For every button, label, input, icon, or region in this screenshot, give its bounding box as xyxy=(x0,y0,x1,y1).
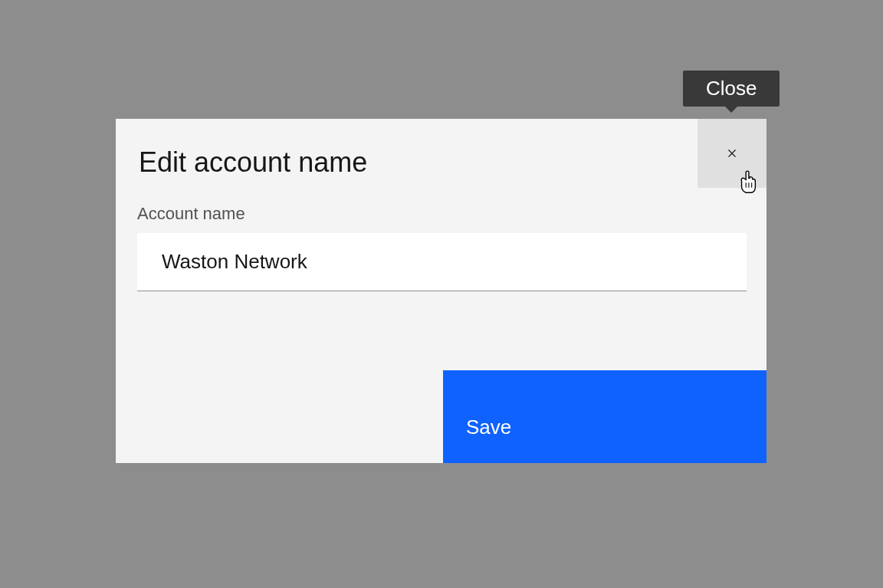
modal-body: Account name xyxy=(116,179,766,370)
account-name-input[interactable] xyxy=(137,233,747,291)
modal-footer: Save xyxy=(116,370,766,463)
footer-spacer xyxy=(116,370,443,463)
tooltip-label: Close xyxy=(706,77,757,100)
modal-title: Edit account name xyxy=(139,146,743,179)
save-button[interactable]: Save xyxy=(443,370,766,463)
save-button-label: Save xyxy=(466,416,511,439)
close-icon xyxy=(724,146,740,161)
modal-header: Edit account name xyxy=(116,119,766,179)
account-name-label: Account name xyxy=(137,204,745,224)
edit-account-modal: Edit account name Account name Save xyxy=(116,119,766,463)
close-tooltip: Close xyxy=(683,71,780,107)
close-button[interactable] xyxy=(698,119,766,188)
